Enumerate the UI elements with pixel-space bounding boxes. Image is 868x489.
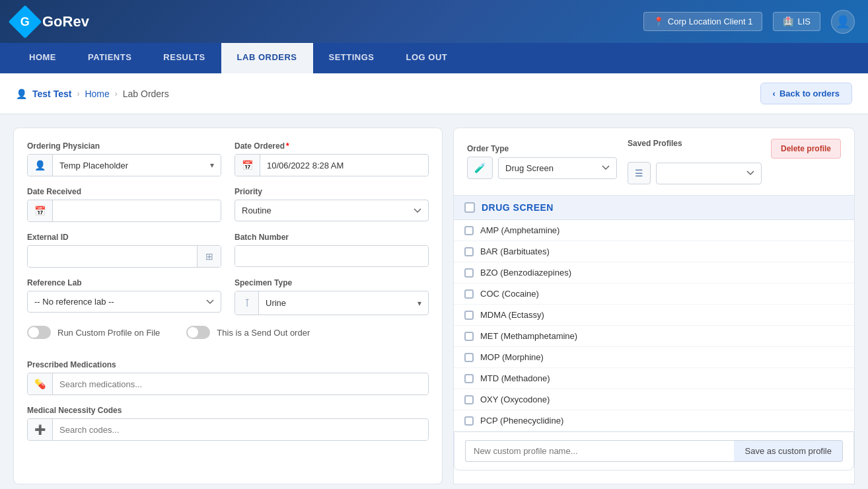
drug-name-mop: MOP (Morphine)	[480, 352, 544, 362]
header-right: 📍 Corp Location Client 1 🏥 LIS 👤	[643, 10, 855, 34]
main-content: Ordering Physician 👤 Temp Placeholder Da…	[0, 114, 868, 489]
run-custom-profile-toggle[interactable]	[27, 326, 51, 339]
ordering-physician-select[interactable]: Temp Placeholder	[53, 155, 221, 176]
external-id-label: External ID	[27, 233, 221, 242]
custom-profile-name-input[interactable]	[465, 440, 734, 462]
patient-icon: 👤	[16, 89, 27, 99]
ordering-physician-label: Ordering Physician	[27, 141, 221, 151]
form-row-3: External ID ⊞ Batch Number	[27, 233, 429, 268]
date-ordered-input[interactable]	[260, 155, 428, 176]
drug-checkbox-coc[interactable]	[464, 289, 474, 299]
saved-profiles-group: Saved Profiles Delete profile ☰	[628, 139, 841, 184]
nav-patients[interactable]: PATIENTS	[72, 43, 147, 73]
run-custom-profile-row: Run Custom Profile on File	[27, 326, 160, 339]
order-type-select[interactable]: Drug Screen Chemistry Hematology	[498, 157, 617, 179]
drug-list: AMP (Amphetamine) BAR (Barbituates) BZO …	[454, 220, 854, 432]
calendar-received-icon: 📅	[28, 200, 53, 221]
date-received-input[interactable]	[53, 201, 221, 221]
run-custom-profile-label: Run Custom Profile on File	[57, 328, 160, 338]
drug-checkbox-mdma[interactable]	[464, 311, 474, 320]
priority-label: Priority	[235, 187, 429, 196]
send-out-toggle[interactable]	[186, 326, 210, 339]
date-ordered-label: Date Ordered*	[235, 141, 429, 151]
drug-item-bar: BAR (Barbituates)	[454, 241, 854, 262]
drug-checkbox-mtd[interactable]	[464, 374, 474, 383]
barcode-icon: ⊞	[197, 246, 221, 267]
logo: G GoRev	[13, 10, 89, 34]
drug-name-met: MET (Methamphetamine)	[480, 331, 577, 341]
toggle-row: Run Custom Profile on File This is a Sen…	[27, 326, 429, 350]
drug-checkbox-met[interactable]	[464, 332, 474, 341]
codes-search-input[interactable]	[53, 420, 428, 440]
batch-number-input[interactable]	[235, 246, 428, 266]
ordering-physician-select-wrapper: 👤 Temp Placeholder	[27, 154, 221, 176]
drug-checkbox-bzo[interactable]	[464, 268, 474, 278]
medications-search-input[interactable]	[53, 374, 428, 395]
drug-screen-select-all-checkbox[interactable]	[464, 202, 475, 213]
logo-text: GoRev	[42, 13, 89, 30]
specimen-type-label: Specimen Type	[235, 278, 429, 287]
saved-profiles-select[interactable]	[656, 163, 762, 184]
medical-necessity-group: Medical Necessity Codes ➕	[27, 406, 429, 441]
location-button[interactable]: 📍 Corp Location Client 1	[643, 12, 763, 31]
drug-item-pcp: PCP (Phenecyclidine)	[454, 410, 854, 432]
patient-name: Test Test	[32, 89, 71, 99]
ordering-physician-group: Ordering Physician 👤 Temp Placeholder	[27, 141, 221, 176]
code-icon: ➕	[28, 419, 53, 440]
batch-number-label: Batch Number	[235, 233, 429, 242]
nav-settings[interactable]: SETTINGS	[313, 43, 390, 73]
send-out-row: This is a Send Out order	[186, 326, 310, 339]
date-received-label: Date Received	[27, 187, 221, 196]
breadcrumb-home[interactable]: Home	[85, 89, 109, 99]
priority-group: Priority Routine STAT Urgent	[235, 187, 429, 222]
nav-results[interactable]: RESULTS	[147, 43, 221, 73]
drug-item-mop: MOP (Morphine)	[454, 347, 854, 368]
drug-item-coc: COC (Cocaine)	[454, 283, 854, 305]
specimen-type-select[interactable]: Urine Blood Serum	[259, 293, 428, 313]
breadcrumb-bar: 👤 Test Test › Home › Lab Orders ‹ Back t…	[0, 73, 868, 114]
back-button-label: Back to orders	[779, 89, 840, 98]
drug-screen-header: DRUG SCREEN	[454, 196, 854, 220]
app-header: G GoRev 📍 Corp Location Client 1 🏥 LIS 👤	[0, 0, 868, 43]
main-nav: HOME PATIENTS RESULTS LAB ORDERS SETTING…	[0, 43, 868, 73]
profile-list-icon: ☰	[628, 162, 651, 184]
batch-number-group: Batch Number	[235, 233, 429, 268]
flask-icon: 🧪	[467, 157, 493, 179]
drug-checkbox-amp[interactable]	[464, 226, 474, 235]
nav-logout[interactable]: LOG OUT	[390, 43, 464, 73]
lis-button[interactable]: 🏥 LIS	[773, 12, 820, 31]
priority-select[interactable]: Routine STAT Urgent	[235, 200, 429, 221]
nav-home[interactable]: HOME	[13, 43, 72, 73]
nav-lab-orders[interactable]: LAB ORDERS	[221, 43, 313, 73]
prescribed-medications-label: Prescribed Medications	[27, 360, 429, 369]
back-to-orders-button[interactable]: ‹ Back to orders	[760, 83, 852, 104]
external-id-input[interactable]	[28, 246, 197, 267]
batch-number-wrapper	[235, 245, 429, 267]
reference-lab-select[interactable]: -- No reference lab --	[27, 291, 221, 313]
delete-profile-button[interactable]: Delete profile	[771, 139, 841, 159]
drug-checkbox-mop[interactable]	[464, 353, 474, 362]
order-type-bar: Order Type 🧪 Drug Screen Chemistry Hemat…	[453, 128, 855, 196]
breadcrumb: 👤 Test Test › Home › Lab Orders	[16, 89, 169, 99]
drug-name-oxy: OXY (Oxycodone)	[480, 395, 550, 404]
drug-checkbox-pcp[interactable]	[464, 416, 474, 426]
medications-wrapper: 💊	[27, 373, 429, 395]
right-panel: Order Type 🧪 Drug Screen Chemistry Hemat…	[453, 128, 855, 484]
form-panel: Ordering Physician 👤 Temp Placeholder Da…	[13, 128, 443, 484]
drug-item-amp: AMP (Amphetamine)	[454, 220, 854, 241]
form-row-1: Ordering Physician 👤 Temp Placeholder Da…	[27, 141, 429, 176]
drug-item-oxy: OXY (Oxycodone)	[454, 389, 854, 410]
prescribed-medications-group: Prescribed Medications 💊	[27, 360, 429, 395]
breadcrumb-section: Lab Orders	[123, 89, 169, 99]
user-avatar-button[interactable]: 👤	[831, 10, 855, 34]
drug-checkbox-bar[interactable]	[464, 247, 474, 256]
drug-item-met: MET (Methamphetamine)	[454, 326, 854, 347]
external-id-group: External ID ⊞	[27, 233, 221, 268]
order-type-select-row: 🧪 Drug Screen Chemistry Hematology	[467, 157, 617, 179]
reference-lab-label: Reference Lab	[27, 278, 221, 287]
drug-checkbox-oxy[interactable]	[464, 395, 474, 404]
save-profile-button[interactable]: Save as custom profile	[734, 440, 843, 462]
specimen-type-group: Specimen Type ⊺ Urine Blood Serum	[235, 278, 429, 315]
saved-profiles-label: Saved Profiles	[628, 139, 682, 148]
drug-name-amp: AMP (Amphetamine)	[480, 225, 560, 235]
